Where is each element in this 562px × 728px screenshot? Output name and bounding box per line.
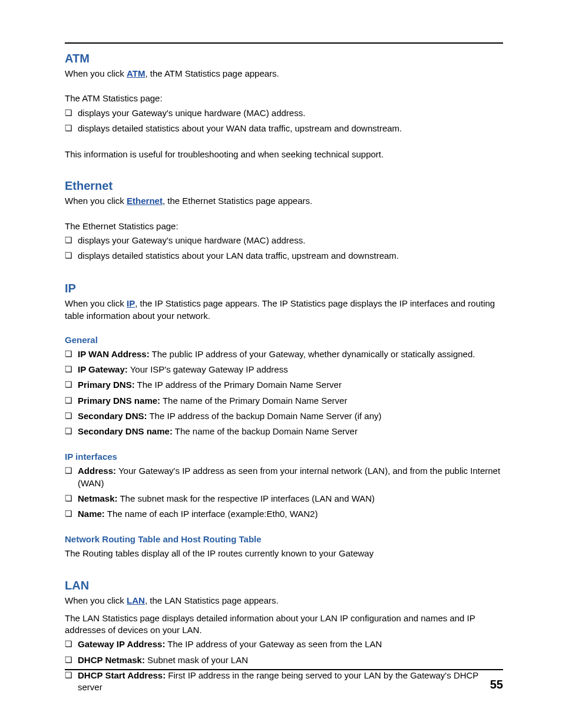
def: The IP address of your Gateway as seen f… xyxy=(165,639,382,649)
atm-intro-pre: When you click xyxy=(65,68,127,78)
term: IP Gateway: xyxy=(78,364,128,374)
list-item: Address: Your Gateway's IP address as se… xyxy=(65,465,503,489)
term: DHCP Start Address: xyxy=(78,670,166,680)
lan-heading: LAN xyxy=(65,579,503,592)
atm-lead: The ATM Statistics page: xyxy=(65,93,503,104)
def: The IP address of the Primary Domain Nam… xyxy=(135,380,342,390)
list-item: DHCP Start Address: First IP address in … xyxy=(65,670,503,694)
term: Gateway IP Address: xyxy=(78,639,165,649)
list-item: Secondary DNS: The IP address of the bac… xyxy=(65,410,503,422)
def: Subnet mask of your LAN xyxy=(145,655,248,665)
def: Your ISP's gateway Gateway IP address xyxy=(128,364,288,374)
top-rule xyxy=(65,42,503,44)
lan-list: Gateway IP Address: The IP address of yo… xyxy=(65,638,503,693)
list-item: Netmask: The subnet mask for the respect… xyxy=(65,493,503,505)
lan-intro-post: , the LAN Statistics page appears. xyxy=(145,595,279,605)
list-item: displays your Gateway's unique hardware … xyxy=(65,235,503,246)
ip-interfaces-list: Address: Your Gateway's IP address as se… xyxy=(65,465,503,520)
ethernet-lead: The Ethernet Statistics page: xyxy=(65,220,503,232)
def: The public IP address of your Gateway, w… xyxy=(150,349,475,359)
term: Address: xyxy=(78,466,116,476)
def: Your Gateway's IP address as seen from y… xyxy=(78,466,500,487)
page: ATM When you click ATM, the ATM Statisti… xyxy=(0,0,562,728)
ip-interfaces-heading: IP interfaces xyxy=(65,452,503,462)
atm-intro: When you click ATM, the ATM Statistics p… xyxy=(65,68,503,80)
term: IP WAN Address: xyxy=(78,349,150,359)
page-number: 55 xyxy=(490,678,503,691)
ip-intro-pre: When you click xyxy=(65,298,127,308)
lan-intro-pre: When you click xyxy=(65,595,127,605)
def: The IP address of the backup Domain Name… xyxy=(147,411,382,421)
ethernet-link[interactable]: Ethernet xyxy=(127,196,163,206)
ip-routing-body: The Routing tables display all of the IP… xyxy=(65,548,503,559)
term: Primary DNS name: xyxy=(78,396,160,406)
ip-general-list: IP WAN Address: The public IP address of… xyxy=(65,348,503,438)
ip-heading: IP xyxy=(65,282,503,295)
list-item: displays detailed statistics about your … xyxy=(65,250,503,262)
def: The name of each IP interface (example:E… xyxy=(105,509,318,519)
ethernet-heading: Ethernet xyxy=(65,179,503,193)
atm-intro-post: , the ATM Statistics page appears. xyxy=(145,68,279,78)
atm-link[interactable]: ATM xyxy=(127,68,145,78)
list-item: IP WAN Address: The public IP address of… xyxy=(65,348,503,360)
lan-intro: When you click LAN, the LAN Statistics p… xyxy=(65,595,503,607)
list-item: Primary DNS: The IP address of the Prima… xyxy=(65,379,503,391)
ip-intro: When you click IP, the IP Statistics pag… xyxy=(65,298,503,322)
ethernet-list: displays your Gateway's unique hardware … xyxy=(65,235,503,262)
def: The name of the Primary Domain Name Serv… xyxy=(160,396,347,406)
ethernet-intro: When you click Ethernet, the Ethernet St… xyxy=(65,195,503,207)
def: The name of the backup Domain Name Serve… xyxy=(173,426,358,436)
list-item: Name: The name of each IP interface (exa… xyxy=(65,508,503,520)
term: Secondary DNS name: xyxy=(78,426,173,436)
term: Name: xyxy=(78,509,105,519)
ip-link[interactable]: IP xyxy=(127,298,135,308)
ip-routing-heading: Network Routing Table and Host Routing T… xyxy=(65,534,503,544)
list-item: IP Gateway: Your ISP's gateway Gateway I… xyxy=(65,364,503,375)
term: DHCP Netmask: xyxy=(78,655,145,665)
lan-lead: The LAN Statistics page displays detaile… xyxy=(65,612,503,637)
def: The subnet mask for the respective IP in… xyxy=(118,493,375,503)
list-item: displays detailed statistics about your … xyxy=(65,123,503,134)
ethernet-intro-pre: When you click xyxy=(65,196,127,206)
list-item: Secondary DNS name: The name of the back… xyxy=(65,426,503,437)
bottom-rule xyxy=(65,669,503,670)
atm-heading: ATM xyxy=(65,52,503,65)
term: Netmask: xyxy=(78,493,118,503)
term: Secondary DNS: xyxy=(78,411,147,421)
list-item: displays your Gateway's unique hardware … xyxy=(65,107,503,119)
ethernet-intro-post: , the Ethernet Statistics page appears. xyxy=(163,196,312,206)
lan-link[interactable]: LAN xyxy=(127,595,145,605)
ip-general-heading: General xyxy=(65,335,503,345)
atm-footer: This information is useful for troublesh… xyxy=(65,149,503,160)
list-item: DHCP Netmask: Subnet mask of your LAN xyxy=(65,654,503,666)
atm-list: displays your Gateway's unique hardware … xyxy=(65,107,503,135)
term: Primary DNS: xyxy=(78,380,135,390)
list-item: Primary DNS name: The name of the Primar… xyxy=(65,395,503,407)
list-item: Gateway IP Address: The IP address of yo… xyxy=(65,638,503,650)
